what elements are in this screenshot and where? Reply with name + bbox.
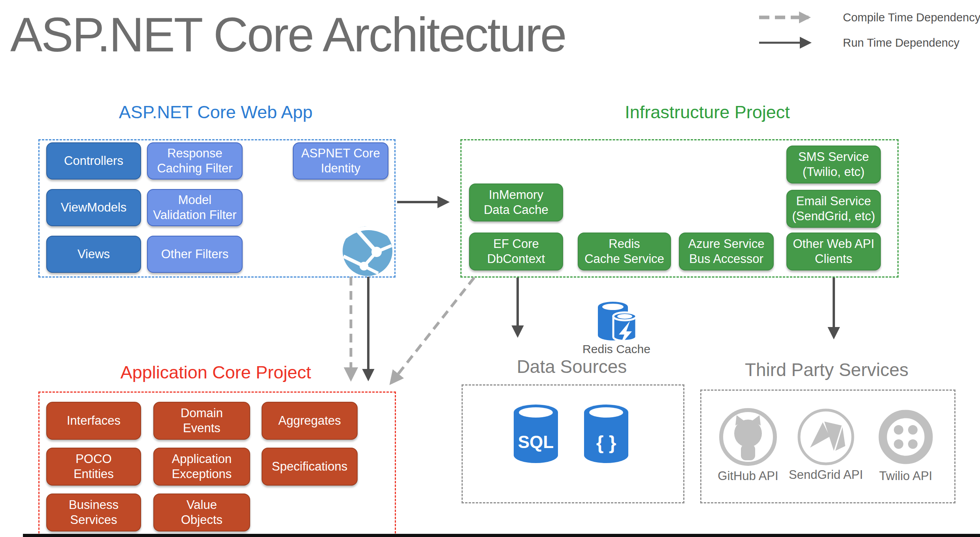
sql-icon-label: SQL — [518, 432, 554, 452]
diagram-overlay: SQL { } — [0, 0, 980, 537]
twilio-icon — [883, 414, 929, 460]
sql-database-icon: SQL — [514, 405, 558, 463]
json-database-icon: { } — [584, 405, 628, 463]
redis-cache-icon — [598, 302, 636, 346]
json-icon-label: { } — [596, 432, 616, 453]
web-globe-icon — [343, 226, 392, 276]
sendgrid-icon — [799, 410, 853, 464]
arrow-infrastructure-to-appcore — [391, 278, 474, 383]
github-icon — [721, 410, 775, 464]
